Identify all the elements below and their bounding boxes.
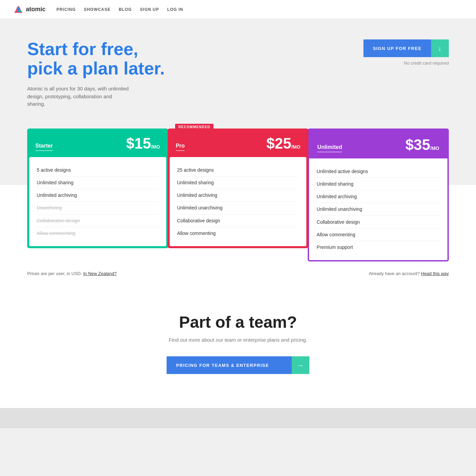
plan-starter: Starter $15/MO 5 active designs Unlimite… [27,129,168,248]
feature-item: 5 active designs [37,164,159,176]
pro-underline [176,150,185,151]
feature-item: Unlimited archiving [317,190,440,203]
feature-item: Unlimited sharing [317,178,440,190]
hero-title: Start for free, pick a plan later. [27,39,165,78]
feature-item: Unlimited unarchiving [177,202,299,214]
starter-header: Starter $15/MO [27,129,168,157]
unlimited-inner: Unlimited $35/MO Unlimited active design… [308,129,449,261]
nav-blog[interactable]: BLOG [119,7,132,12]
pricing-section: Starter $15/MO 5 active designs Unlimite… [0,108,476,261]
pro-name: Pro [176,143,185,151]
feature-item: Allow commenting [177,227,299,239]
nav-pricing[interactable]: PRICING [56,7,76,12]
feature-item: Premium support [317,241,440,253]
feature-item: Unlimited archiving [177,189,299,202]
starter-price: $15/MO [126,136,160,151]
nav-login[interactable]: LOG IN [167,7,183,12]
signup-button[interactable]: SIGN UP FOR FREE ↓ [363,39,449,57]
feature-item: 25 active designs [177,164,299,176]
team-subtitle: Find out more about our team or enterpri… [27,337,449,343]
unlimited-features: Unlimited active designs Unlimited shari… [309,158,447,260]
hero-section: Start for free, pick a plan later. Atomi… [0,19,476,108]
arrow-down-icon: ↓ [431,39,449,57]
plans-container: Starter $15/MO 5 active designs Unlimite… [27,129,449,261]
feature-item: Unlimited sharing [37,176,159,189]
nav-showcase[interactable]: SHOWCASE [84,7,111,12]
plan-pro: RECOMMENDED Pro $25/MO 25 active designs… [168,129,309,248]
unlimited-underline [317,152,342,152]
feature-item: Collaborative design [317,216,440,228]
feature-item-disabled: Allow commenting [37,227,159,239]
starter-underline [35,150,53,151]
unlimited-name: Unlimited [317,144,342,152]
logo-text: atomic [26,6,46,13]
team-pricing-button-label: PRICING FOR TEAMS & ENTERPRISE [167,363,292,368]
team-pricing-button[interactable]: PRICING FOR TEAMS & ENTERPRISE → [167,356,309,374]
feature-item: Unlimited sharing [177,176,299,189]
plan-unlimited: Unlimited $35/MO Unlimited active design… [308,129,449,261]
feature-item: Unlimited archiving [37,189,159,202]
feature-item: Unlimited active designs [317,165,440,178]
hero-right: SIGN UP FOR FREE ↓ No credit card requir… [363,39,449,66]
nav-signup[interactable]: SIGN UP [140,7,159,12]
nav-links: PRICING SHOWCASE BLOG SIGN UP LOG IN [56,7,183,12]
signup-button-label: SIGN UP FOR FREE [363,46,431,51]
hero-left: Start for free, pick a plan later. Atomi… [27,39,165,108]
nz-link[interactable]: In New Zealand? [83,271,117,276]
unlimited-price: $35/MO [405,137,439,152]
pro-features: 25 active designs Unlimited sharing Unli… [170,157,307,246]
unlimited-header: Unlimited $35/MO [309,130,447,158]
feature-item-disabled: Collaborative design [37,215,159,227]
feature-item: Unlimited unarchiving [317,203,440,216]
feature-item-disabled: Unarchiving [37,202,159,214]
navigation: atomic PRICING SHOWCASE BLOG SIGN UP LOG… [0,0,476,19]
page-footer [0,408,476,428]
team-title: Part of a team? [27,313,449,332]
pricing-footer-left: Prices are per user, in USD. In New Zeal… [27,271,117,276]
pricing-footer: Prices are per user, in USD. In New Zeal… [0,261,476,286]
pro-price: $25/MO [266,136,300,151]
head-this-way-link[interactable]: Head this way [421,271,449,276]
starter-features: 5 active designs Unlimited sharing Unlim… [29,157,166,246]
feature-item: Collaborative design [177,215,299,227]
logo[interactable]: atomic [14,5,46,14]
pro-header: Pro $25/MO [168,129,309,157]
pricing-footer-right: Already have an account? Head this way [369,271,449,276]
no-cc-note: No credit card required [404,61,449,66]
starter-name: Starter [35,143,53,151]
hero-subtitle: Atomic is all yours for 30 days, with un… [27,85,129,108]
arrow-right-icon: → [292,356,309,374]
team-section: Part of a team? Find out more about our … [0,286,476,408]
logo-icon [14,5,23,14]
feature-item: Allow commenting [317,228,440,241]
